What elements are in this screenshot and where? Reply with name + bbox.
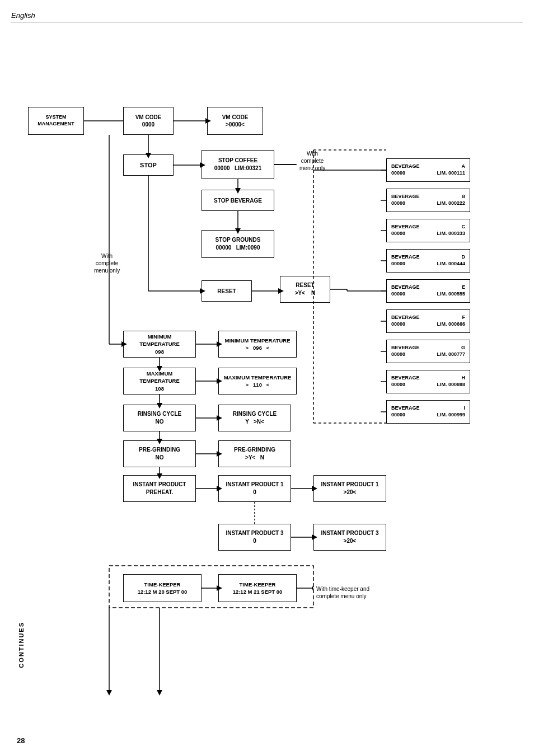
svg-marker-6: [200, 162, 205, 168]
svg-marker-39: [157, 439, 162, 444]
svg-marker-10: [235, 228, 241, 234]
svg-marker-27: [121, 341, 127, 347]
svg-marker-50: [312, 534, 317, 540]
page: English SYSTEMMANAGEMENT VM CODE0000 VM …: [0, 0, 534, 756]
svg-marker-63: [200, 288, 205, 294]
svg-marker-47: [312, 486, 317, 491]
svg-marker-31: [157, 366, 162, 372]
svg-marker-8: [235, 188, 241, 194]
svg-marker-29: [217, 341, 222, 347]
svg-marker-45: [217, 486, 222, 491]
svg-marker-37: [217, 415, 222, 421]
page-header: English: [11, 11, 523, 23]
continues-label: CONTINUES: [18, 622, 25, 668]
svg-marker-53: [217, 585, 222, 591]
page-number: 28: [17, 736, 25, 745]
svg-marker-58: [106, 690, 112, 696]
svg-marker-33: [217, 378, 222, 384]
svg-marker-65: [278, 288, 284, 294]
svg-marker-2: [205, 118, 211, 124]
svg-marker-35: [157, 403, 162, 408]
diagram-area: SYSTEMMANAGEMENT VM CODE0000 VM CODE>000…: [11, 34, 515, 706]
svg-rect-51: [109, 566, 313, 608]
svg-marker-60: [157, 690, 162, 696]
svg-marker-41: [217, 451, 222, 457]
diagram-lines: [11, 34, 515, 706]
language-label: English: [11, 11, 35, 20]
svg-marker-43: [157, 473, 162, 479]
svg-marker-4: [146, 153, 151, 158]
